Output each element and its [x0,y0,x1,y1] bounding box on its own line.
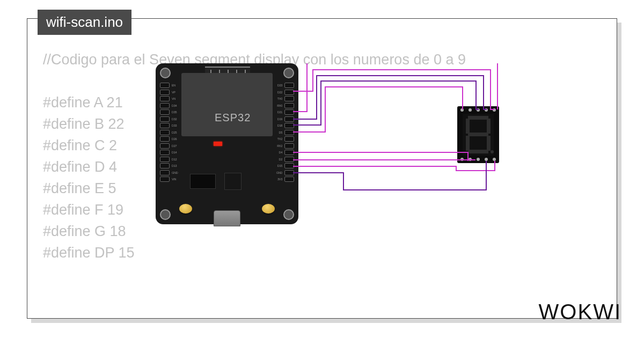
pin[interactable] [284,143,294,149]
mount-hole [160,209,171,220]
regulator-chip-icon [190,174,216,189]
pin[interactable] [160,116,170,122]
pin[interactable] [284,90,294,95]
pin[interactable] [160,109,170,115]
pin-labels-right: D23D22TX0RX0D21D19D18D5TX2RX2D4D2D15GND3… [276,83,282,182]
boot-button[interactable] [179,204,192,214]
mount-hole [283,68,294,78]
code-define: #define DP 15 [43,243,466,264]
pin-header-left[interactable] [160,83,170,182]
pin[interactable] [160,83,170,88]
seg-pin[interactable] [460,158,464,161]
chip-label: ESP32 [215,112,251,124]
seg-pin[interactable] [485,158,488,161]
file-tab[interactable]: wifi-scan.ino [38,10,131,35]
pin[interactable] [160,130,170,135]
wokwi-logo: WOKWI [539,300,621,324]
seg-pin[interactable] [477,108,480,112]
segment-c-icon [487,136,491,151]
pin[interactable] [284,103,294,108]
pin[interactable] [284,130,294,135]
seg-body [463,114,494,156]
segment-d-icon [468,150,488,153]
pin[interactable] [160,123,170,128]
mount-hole [283,209,294,220]
usb-chip-icon [224,173,241,190]
segment-f-icon [466,119,470,134]
enable-button[interactable] [262,204,275,214]
pin[interactable] [284,109,294,115]
esp32-shield: ESP32 [181,73,273,136]
usb-port-icon [214,210,240,226]
pin[interactable] [284,163,294,168]
pin[interactable] [284,83,294,88]
pin-header-right[interactable] [284,83,294,182]
pin[interactable] [160,103,170,108]
pin[interactable] [160,170,170,175]
seg-pin[interactable] [493,108,496,112]
pin[interactable] [160,177,170,182]
seg-pin[interactable] [477,158,480,161]
seg-pins-top[interactable] [460,108,496,112]
segment-dp-icon [491,150,494,153]
file-tab-label: wifi-scan.ino [46,14,123,30]
mount-hole [160,68,171,78]
pin[interactable] [284,150,294,155]
pin[interactable] [284,123,294,128]
pin[interactable] [160,157,170,162]
pin[interactable] [160,163,170,168]
seg-pin[interactable] [485,108,488,112]
seven-segment-display[interactable] [457,106,499,163]
pin[interactable] [160,90,170,95]
pin[interactable] [160,136,170,142]
pin[interactable] [160,143,170,149]
pin[interactable] [284,157,294,162]
seg-pins-bottom[interactable] [460,158,496,161]
circuit-canvas[interactable]: ESP32 ENVPVND34D35D32D33D25D26D27D14D12D… [156,63,499,240]
pin[interactable] [160,96,170,101]
pin[interactable] [284,177,294,182]
seg-pin[interactable] [493,158,496,161]
pin-labels-left: ENVPVND34D35D32D33D25D26D27D14D12D13GNDV… [172,83,178,182]
segment-e-icon [466,136,470,151]
seg-pin[interactable] [460,108,464,112]
seg-pin[interactable] [469,158,472,161]
pin[interactable] [284,136,294,142]
pin[interactable] [284,96,294,101]
pin[interactable] [284,170,294,175]
segment-g-icon [468,133,488,136]
pin[interactable] [284,116,294,122]
power-led-icon [214,142,222,146]
segment-a-icon [468,116,488,120]
esp32-board[interactable]: ESP32 ENVPVND34D35D32D33D25D26D27D14D12D… [156,63,298,224]
pin[interactable] [160,150,170,155]
segment-b-icon [487,119,491,134]
seg-pin[interactable] [469,108,472,112]
